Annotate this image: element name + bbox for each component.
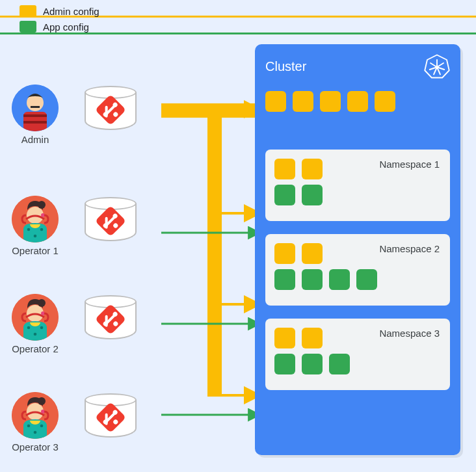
operator1-label: Operator 1 xyxy=(12,245,59,256)
svg-point-27 xyxy=(34,431,37,434)
app-config-box xyxy=(329,269,350,290)
operator1-repo-icon xyxy=(85,197,137,241)
app-config-box xyxy=(274,185,295,205)
legend-row-app: App config xyxy=(20,21,99,33)
svg-point-19 xyxy=(40,326,44,330)
admin-config-box xyxy=(265,91,286,112)
namespace-title: Namespace 3 xyxy=(379,328,440,339)
legend-underline-green xyxy=(0,33,476,34)
admin-config-box xyxy=(302,328,323,348)
operator3-avatar-icon xyxy=(12,392,59,439)
admin-label: Admin xyxy=(12,134,59,145)
svg-point-12 xyxy=(40,228,44,231)
svg-rect-5 xyxy=(23,114,47,117)
admin-config-box xyxy=(347,91,368,112)
admin-config-box xyxy=(302,243,323,264)
admin-config-box xyxy=(274,243,295,264)
app-config-box xyxy=(302,354,323,374)
admin-repo-icon xyxy=(85,86,137,130)
actor-admin: Admin xyxy=(12,85,207,145)
operator3-repo-icon xyxy=(85,393,137,438)
actor-operator-3: Operator 3 xyxy=(12,392,207,452)
svg-point-26 xyxy=(40,425,44,428)
actor-operator-1: Operator 1 xyxy=(12,196,207,256)
legend-app-label: App config xyxy=(43,21,89,33)
operator2-avatar-icon xyxy=(12,294,59,341)
admin-config-box xyxy=(274,159,295,179)
svg-point-13 xyxy=(34,235,37,238)
svg-point-23 xyxy=(38,397,46,405)
svg-point-16 xyxy=(38,299,46,307)
app-config-box xyxy=(356,269,377,290)
kubernetes-icon xyxy=(424,53,450,79)
cluster-panel: Cluster Namespace 1Namespace 2Namespace … xyxy=(255,44,460,455)
operator2-repo-icon xyxy=(85,295,137,339)
svg-line-31 xyxy=(437,63,443,67)
svg-rect-2 xyxy=(31,106,40,108)
operator2-label: Operator 2 xyxy=(12,343,59,354)
admin-config-box xyxy=(293,91,313,112)
admin-config-box xyxy=(375,91,395,112)
actors-column: Admin xyxy=(12,85,207,452)
namespace-card: Namespace 1 xyxy=(265,150,450,221)
operator3-label: Operator 3 xyxy=(12,441,59,452)
admin-config-box xyxy=(274,328,295,348)
app-config-box xyxy=(274,354,295,374)
app-config-box xyxy=(274,269,295,290)
operator1-avatar-icon xyxy=(12,196,59,243)
svg-point-18 xyxy=(27,326,31,330)
svg-rect-6 xyxy=(23,121,47,124)
namespace-title: Namespace 1 xyxy=(379,159,440,170)
admin-avatar-icon xyxy=(12,85,59,131)
legend: Admin config App config xyxy=(20,5,99,33)
legend-admin-label: Admin config xyxy=(43,6,99,17)
svg-point-20 xyxy=(34,333,37,336)
namespace-card: Namespace 2 xyxy=(265,234,450,306)
admin-config-box xyxy=(320,91,341,112)
legend-swatch-yellow xyxy=(20,5,36,17)
app-config-box xyxy=(302,185,323,205)
cluster-title: Cluster xyxy=(265,59,306,74)
namespace-card: Namespace 3 xyxy=(265,319,450,390)
svg-line-36 xyxy=(430,63,437,67)
svg-point-9 xyxy=(38,201,46,209)
svg-point-25 xyxy=(27,425,31,428)
legend-swatch-green xyxy=(20,21,36,33)
actor-operator-2: Operator 2 xyxy=(12,294,207,354)
namespaces-list: Namespace 1Namespace 2Namespace 3 xyxy=(265,150,450,390)
namespace-title: Namespace 2 xyxy=(379,243,440,254)
admin-config-box xyxy=(302,159,323,179)
app-config-box xyxy=(329,354,350,374)
cluster-admin-config-boxes xyxy=(265,91,395,112)
legend-row-admin: Admin config xyxy=(20,5,99,17)
app-config-box xyxy=(302,269,323,290)
svg-point-11 xyxy=(27,228,31,231)
